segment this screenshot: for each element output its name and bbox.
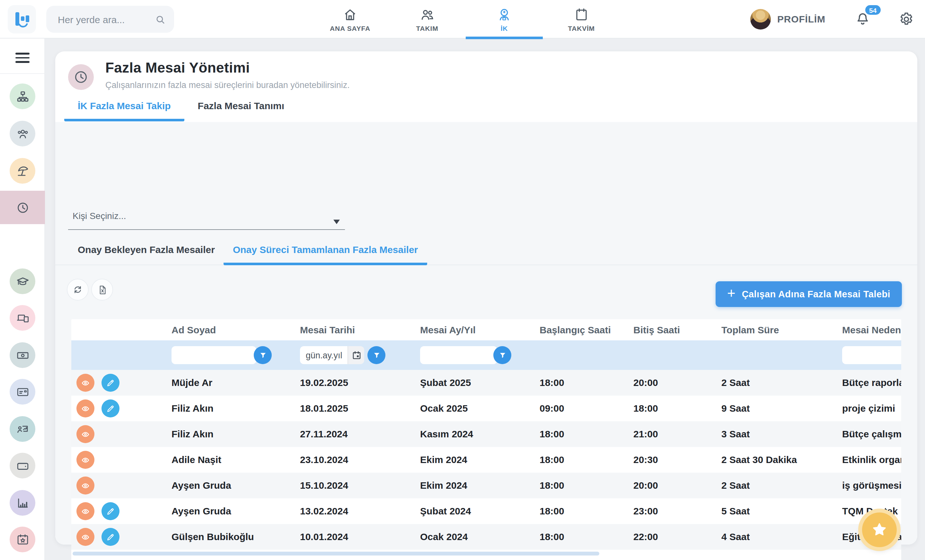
refresh-button[interactable] — [67, 279, 89, 301]
sidebar-item-training[interactable] — [10, 268, 35, 294]
sidebar-item-org-chart[interactable] — [10, 83, 35, 109]
date-picker-button[interactable] — [348, 346, 364, 364]
view-button[interactable] — [77, 451, 95, 469]
eye-icon — [80, 506, 90, 517]
sidebar-item-wallet[interactable] — [10, 453, 35, 479]
sidebar-divider — [0, 73, 44, 74]
sidebar-item-overtime[interactable] — [0, 191, 45, 224]
refresh-icon — [72, 284, 83, 295]
filter-mesai-nedeni-input[interactable] — [842, 346, 901, 364]
search-input[interactable] — [57, 13, 154, 26]
cell-bitis: 20:30 — [633, 447, 658, 473]
gear-icon — [898, 11, 915, 28]
filter-ay-yil-button[interactable] — [493, 346, 511, 364]
horizontal-scrollbar[interactable] — [72, 552, 599, 555]
cell-ay-yil: Ocak 2025 — [420, 396, 468, 421]
edit-button[interactable] — [101, 399, 119, 417]
view-button[interactable] — [77, 374, 95, 392]
overtime-table: Ad Soyad Mesai Tarihi Mesai Ay/Yıl Başla… — [71, 319, 901, 560]
filter-date-input[interactable] — [300, 346, 348, 364]
view-button[interactable] — [77, 477, 95, 494]
nav-home[interactable]: ANA SAYFA — [312, 0, 389, 39]
sidebar-item-id-card[interactable] — [10, 379, 35, 405]
star-icon — [871, 521, 888, 538]
cell-baslangic: 18:00 — [539, 473, 564, 498]
app-logo[interactable] — [8, 5, 36, 33]
edit-button[interactable] — [101, 374, 119, 392]
cell-neden: proje çizimi — [842, 396, 895, 421]
table-row: Ayşen Gruda 13.02.2024 Şubat 2024 18:00 … — [71, 498, 901, 524]
sidebar-item-devices[interactable] — [10, 305, 35, 331]
cell-bitis: 20:00 — [633, 370, 658, 396]
view-button[interactable] — [77, 528, 95, 546]
org-chart-icon — [16, 90, 29, 103]
export-excel-button[interactable] — [91, 279, 113, 301]
tab-fazla-mesai-tanimi[interactable]: Fazla Mesai Tanımı — [184, 95, 298, 121]
nav-hr[interactable]: İK — [466, 0, 543, 39]
nav-calendar-label: TAKVİM — [568, 24, 595, 32]
top-bar: ANA SAYFA TAKIM İK T — [0, 0, 925, 39]
edit-button[interactable] — [101, 502, 119, 520]
add-overtime-request-label: Çalışan Adına Fazla Mesai Talebi — [742, 289, 890, 299]
col-bitis-saati: Bitiş Saati — [633, 319, 680, 340]
sidebar-item-performance[interactable] — [10, 416, 35, 442]
cell-bitis: 18:00 — [633, 396, 658, 421]
subtab-onay-bekleyen[interactable]: Onay Bekleyen Fazla Mesailer — [69, 241, 224, 265]
global-search — [46, 6, 174, 33]
view-button[interactable] — [77, 399, 95, 417]
sidebar-item-events[interactable] — [10, 527, 35, 552]
cell-ay-yil: Şubat 2025 — [420, 370, 471, 396]
filter-date-button[interactable] — [368, 346, 386, 364]
view-button[interactable] — [77, 425, 95, 443]
profile-label[interactable]: PROFİLİM — [777, 14, 826, 24]
view-button[interactable] — [77, 502, 95, 520]
menu-icon[interactable] — [15, 53, 30, 63]
cell-mesai-tarihi: 10.01.2024 — [300, 524, 348, 550]
pencil-icon — [105, 377, 116, 388]
col-mesai-tarihi: Mesai Tarihi — [300, 319, 355, 340]
subtab-onay-tamamlanan[interactable]: Onay Süreci Tamamlanan Fazla Mesailer — [224, 241, 427, 265]
cell-mesai-tarihi: 23.10.2024 — [300, 447, 348, 473]
sidebar-item-reports[interactable] — [10, 490, 35, 516]
main-tabs: İK Fazla Mesai Takip Fazla Mesai Tanımı — [64, 95, 298, 121]
eye-icon — [80, 455, 90, 465]
favorites-fab[interactable] — [862, 512, 897, 547]
cell-baslangic: 18:00 — [539, 447, 564, 473]
sidebar-item-payments[interactable] — [10, 342, 35, 368]
cell-ad-soyad: Filiz Akın — [172, 421, 214, 447]
devices-icon — [16, 311, 29, 325]
sidebar-item-team[interactable] — [10, 121, 35, 146]
table-header: Ad Soyad Mesai Tarihi Mesai Ay/Yıl Başla… — [71, 319, 901, 340]
search-icon — [154, 13, 166, 26]
tab-ik-fazla-mesai-takip[interactable]: İK Fazla Mesai Takip — [64, 95, 184, 121]
edit-button[interactable] — [101, 528, 119, 546]
cell-neden: Bütçe raporlama — [842, 370, 901, 396]
home-icon — [342, 7, 358, 22]
team-icon — [419, 7, 435, 22]
nav-hr-label: İK — [501, 24, 508, 32]
funnel-icon — [372, 350, 381, 360]
filter-ad-soyad-button[interactable] — [254, 346, 272, 364]
col-toplam-sure: Toplam Süre — [722, 319, 779, 340]
sidebar-item-vacation[interactable] — [10, 158, 35, 184]
eye-icon — [80, 531, 90, 542]
avatar[interactable] — [750, 9, 771, 30]
clock-icon — [73, 69, 89, 85]
people-icon — [16, 127, 29, 140]
cell-bitis: 23:00 — [633, 498, 658, 524]
cell-neden: Bütçe çalışması — [842, 421, 901, 447]
nav-team[interactable]: TAKIM — [389, 0, 466, 39]
cell-ay-yil: Şubat 2024 — [420, 498, 471, 524]
calendar-icon — [574, 7, 589, 22]
filter-ad-soyad-input[interactable] — [172, 346, 256, 364]
nav-calendar[interactable]: TAKVİM — [543, 0, 620, 39]
cell-mesai-tarihi: 19.02.2025 — [300, 370, 348, 396]
funnel-icon — [497, 350, 507, 360]
filter-ay-yil-input[interactable] — [420, 346, 497, 364]
chevron-down-icon — [333, 220, 340, 224]
person-select[interactable]: Kişi Seçiniz... — [68, 206, 345, 230]
cell-ad-soyad: Müjde Ar — [172, 370, 212, 396]
banknote-icon — [16, 348, 29, 362]
settings-button[interactable] — [898, 11, 915, 28]
add-overtime-request-button[interactable]: + Çalışan Adına Fazla Mesai Talebi — [716, 281, 902, 307]
